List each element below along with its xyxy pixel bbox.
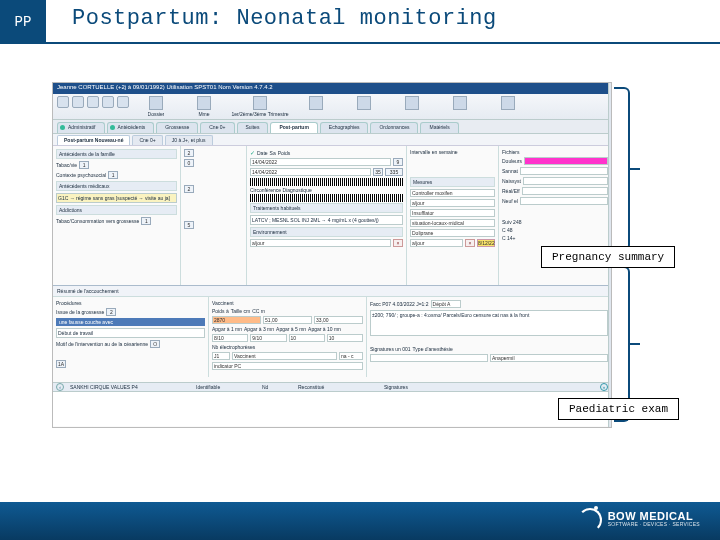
- rb4-val[interactable]: [520, 197, 608, 205]
- weight[interactable]: 335: [385, 168, 403, 176]
- apgar4[interactable]: 10: [327, 334, 363, 342]
- date2[interactable]: 14/04/2022: [250, 168, 371, 176]
- subtab-jours[interactable]: J0 à J+, et plus: [165, 135, 213, 145]
- subtab-cne[interactable]: Cne 0+: [132, 135, 162, 145]
- apgar1-lbl: Apgar à 1 mn: [212, 326, 242, 332]
- param3[interactable]: Doliprane: [410, 229, 495, 237]
- delete-icon-2[interactable]: ×: [465, 239, 475, 247]
- rb1: Sannat: [502, 168, 518, 174]
- iss-item1[interactable]: une fausse couche avec: [56, 318, 205, 326]
- vopt3[interactable]: na - c: [339, 352, 363, 360]
- print-button[interactable]: [72, 96, 84, 108]
- barcode-1: [250, 178, 403, 186]
- patient-avatar-icon[interactable]: Mme: [183, 96, 225, 117]
- param2[interactable]: situation-locaux-midical: [410, 219, 495, 227]
- paediatric-grid[interactable]: [53, 392, 611, 426]
- save-button[interactable]: [57, 96, 69, 108]
- footer: BOW MEDICAL SOFTWARE · DEVICES · SERVICE…: [0, 502, 720, 540]
- rb-head: Fichiers: [502, 149, 520, 155]
- bracket-paediatric-tip: [630, 343, 640, 345]
- bio-head: Circonférence Diagnostique: [250, 187, 403, 193]
- sa1[interactable]: 9: [393, 158, 403, 166]
- nb-lbl: Nb électrophorèses: [212, 344, 255, 350]
- trait-item[interactable]: LATCV ; MESNL SOL INJ 2ML → 4 mg/mL x (4…: [250, 215, 403, 225]
- motif-count: O: [150, 340, 160, 348]
- cc-val[interactable]: 33,00: [314, 316, 363, 324]
- antecedents-head: Antécédents de la famille: [56, 149, 177, 159]
- date-badge[interactable]: 8/12/22: [477, 239, 495, 247]
- mes1[interactable]: Controller moxifen: [410, 189, 495, 197]
- fac-text[interactable]: ±200; 790/ ; groupe-a : 4:osmo/ Parcels/…: [370, 310, 608, 336]
- param1[interactable]: Insufflator: [410, 209, 495, 217]
- apgar1[interactable]: 8/10: [212, 334, 248, 342]
- mes2[interactable]: a/jour: [410, 199, 495, 207]
- rb0: Douleurs: [502, 158, 522, 164]
- vopt2[interactable]: Vaccinent: [232, 352, 337, 360]
- dossier-icon[interactable]: Dossier: [135, 96, 177, 117]
- module-icon-e[interactable]: [487, 96, 529, 117]
- callout-pregnancy: Pregnancy summary: [541, 246, 675, 268]
- iss-item2[interactable]: Début de travail: [56, 328, 205, 338]
- param4[interactable]: a/jour: [410, 239, 463, 247]
- apgar2[interactable]: 9/10: [250, 334, 286, 342]
- delete-icon[interactable]: ×: [393, 239, 403, 247]
- medicaux-item[interactable]: G1C → régime sans gras [suspecté → visit…: [56, 193, 177, 203]
- sa2[interactable]: 35: [373, 168, 383, 176]
- chevron-left-icon[interactable]: ‹: [56, 383, 64, 391]
- tab-administratif[interactable]: Administratif: [57, 122, 105, 133]
- rb0-val[interactable]: [524, 157, 608, 165]
- tab-grossesse[interactable]: Grossesse: [156, 122, 198, 133]
- bar-label: SANKHI CIRQUE VALUES P4: [70, 384, 190, 390]
- addictions-head: Addictions: [56, 205, 177, 215]
- bottom-spin[interactable]: 1A: [56, 360, 66, 368]
- spin-1[interactable]: 2: [184, 149, 194, 157]
- refresh-button[interactable]: [117, 96, 129, 108]
- sub-tabs: Post-partum Nouveau-né Cne 0+ J0 à J+, e…: [53, 134, 611, 146]
- rb2-val[interactable]: [523, 177, 608, 185]
- taille-val[interactable]: 51,00: [263, 316, 312, 324]
- sign-val[interactable]: [370, 354, 488, 362]
- bracket-pregnancy: [614, 87, 630, 251]
- tab-suites[interactable]: Suites: [237, 122, 269, 133]
- poids-val[interactable]: 2870: [212, 316, 261, 324]
- col-id: Identifiable: [196, 384, 256, 390]
- rb1-val[interactable]: [520, 167, 608, 175]
- tab-postpartum[interactable]: Post-partum: [270, 122, 317, 133]
- trimester-icon[interactable]: 1er/2ème/3ème Trimestre: [231, 96, 289, 117]
- item-tabac: Tabac/vie: [56, 162, 77, 168]
- trait-head: Traitements habituels: [250, 203, 403, 213]
- title-bar: Postpartum: Neonatal monitoring: [46, 0, 720, 44]
- vopt1[interactable]: J1: [212, 352, 230, 360]
- spin-3[interactable]: 2: [184, 185, 194, 193]
- brand-tagline: SOFTWARE · DEVICES · SERVICES: [608, 522, 700, 528]
- module-icon-a[interactable]: [295, 96, 337, 117]
- delivery-summary-area: Résumé de l'accouchement Procédures Issu…: [53, 286, 611, 382]
- taille-lbl: Taille cm: [231, 308, 250, 314]
- module-icon-d[interactable]: [439, 96, 481, 117]
- module-icon-c[interactable]: [391, 96, 433, 117]
- tab-echographies[interactable]: Echographies: [320, 122, 369, 133]
- tab-ordonnances[interactable]: Ordonnances: [370, 122, 418, 133]
- module-icon-b[interactable]: [343, 96, 385, 117]
- add-row-icon[interactable]: »: [600, 383, 608, 391]
- spin-2[interactable]: 0: [184, 159, 194, 167]
- anes-val[interactable]: Anapermil: [490, 354, 608, 362]
- vacc-head: Vaccinent: [212, 300, 234, 306]
- apgar3[interactable]: 10: [289, 334, 325, 342]
- subtab-nouveau-ne[interactable]: Post-partum Nouveau-né: [57, 135, 130, 145]
- lock-button[interactable]: [87, 96, 99, 108]
- col-sig: Signatures: [384, 384, 464, 390]
- config-button[interactable]: [102, 96, 114, 108]
- ind[interactable]: indicator PC: [212, 362, 363, 370]
- motif-head: Motif de l'intervention au de la césarie…: [56, 341, 148, 347]
- depot[interactable]: Dépôt A: [431, 300, 461, 308]
- date1[interactable]: 14/04/2022: [250, 158, 391, 166]
- suiv2: C 14+: [502, 235, 515, 241]
- tab-cne[interactable]: Cne 0+: [200, 122, 234, 133]
- spin-4[interactable]: 5: [184, 221, 194, 229]
- env-item[interactable]: a/jour: [250, 239, 391, 247]
- col-date: Date: [250, 149, 268, 156]
- tab-materiels[interactable]: Matériels: [420, 122, 458, 133]
- rb3-val[interactable]: [522, 187, 608, 195]
- tab-antecedents[interactable]: Antécédents: [107, 122, 155, 133]
